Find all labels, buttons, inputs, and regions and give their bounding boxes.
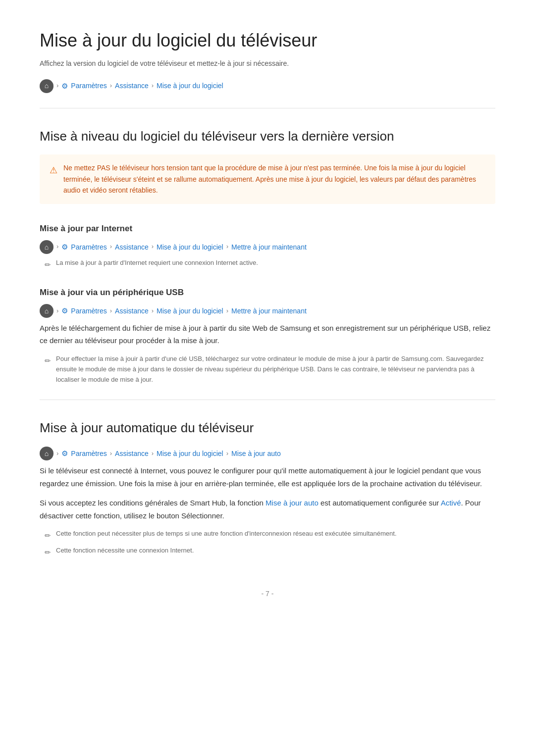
chevron-icon-12: › xyxy=(56,449,58,459)
note-auto-text1: Cette fonction peut nécessiter plus de t… xyxy=(56,529,397,539)
page-title: Mise à jour du logiciel du téléviseur xyxy=(40,30,495,51)
note-auto-text2: Cette fonction nécessite une connexion I… xyxy=(56,546,194,556)
breadcrumb4-mise-a-jour[interactable]: Mise à jour du logiciel xyxy=(157,448,223,459)
chevron-icon-3: › xyxy=(152,81,154,91)
chevron-icon-14: › xyxy=(152,449,154,459)
chevron-icon-2: › xyxy=(110,81,112,91)
section2-title: Mise à jour automatique du téléviseur xyxy=(40,420,495,437)
chevron-icon-4: › xyxy=(56,242,58,252)
breadcrumb4-paramètres[interactable]: Paramètres xyxy=(71,448,107,459)
breadcrumb2-mise-a-jour[interactable]: Mise à jour du logiciel xyxy=(157,242,223,252)
auto-link-active[interactable]: Activé xyxy=(441,499,461,507)
chevron-icon-5: › xyxy=(110,242,112,252)
chevron-icon-10: › xyxy=(152,306,154,316)
page-footer: - 7 - xyxy=(40,588,495,599)
warning-box: ⚠ Ne mettez PAS le téléviseur hors tensi… xyxy=(40,154,495,203)
home-icon-2[interactable]: ⌂ xyxy=(40,240,54,254)
gear-icon-2: ⚙ xyxy=(61,241,68,253)
breadcrumb3-mise-a-jour[interactable]: Mise à jour du logiciel xyxy=(157,305,223,316)
usb-body-text: Après le téléchargement du fichier de mi… xyxy=(40,322,495,347)
breadcrumb-internet: ⌂ › ⚙ Paramètres › Assistance › Mise à j… xyxy=(40,240,495,254)
breadcrumb-mise-a-jour[interactable]: Mise à jour du logiciel xyxy=(157,80,223,91)
auto-body-text2-mid: est automatiquement configurée sur xyxy=(319,499,441,507)
auto-body-text2-pre: Si vous acceptez les conditions générale… xyxy=(40,499,266,507)
gear-icon-4: ⚙ xyxy=(61,448,68,459)
page-number: - 7 - xyxy=(262,590,274,598)
gear-icon: ⚙ xyxy=(61,80,68,92)
auto-body-text1: Si le téléviseur est connecté à Internet… xyxy=(40,464,495,490)
note-internet: ✏ La mise à jour à partir d'Internet req… xyxy=(40,258,495,271)
breadcrumb-paramètres[interactable]: Paramètres xyxy=(71,80,107,91)
breadcrumb-main: ⌂ › ⚙ Paramètres › Assistance › Mise à j… xyxy=(40,79,495,93)
note-auto-1: ✏ Cette fonction peut nécessiter plus de… xyxy=(40,529,495,542)
auto-link-mise-a-jour-auto[interactable]: Mise à jour auto xyxy=(266,499,319,507)
chevron-icon-15: › xyxy=(226,449,228,459)
pencil-icon-3: ✏ xyxy=(45,530,51,542)
breadcrumb3-mettre-a-jour[interactable]: Mettre à jour maintenant xyxy=(231,305,307,316)
chevron-icon-8: › xyxy=(56,306,58,316)
home-icon-4[interactable]: ⌂ xyxy=(40,447,54,460)
chevron-icon-9: › xyxy=(110,306,112,316)
warning-icon: ⚠ xyxy=(50,163,57,178)
breadcrumb-usb: ⌂ › ⚙ Paramètres › Assistance › Mise à j… xyxy=(40,304,495,318)
subsection2-title: Mise à jour via un périphérique USB xyxy=(40,286,495,299)
breadcrumb2-mettre-a-jour[interactable]: Mettre à jour maintenant xyxy=(231,242,307,252)
chevron-icon-11: › xyxy=(226,306,228,316)
home-icon-3[interactable]: ⌂ xyxy=(40,304,54,318)
breadcrumb-auto: ⌂ › ⚙ Paramètres › Assistance › Mise à j… xyxy=(40,447,495,460)
pencil-icon-1: ✏ xyxy=(45,259,51,271)
breadcrumb-assistance[interactable]: Assistance xyxy=(115,80,149,91)
chevron-icon-6: › xyxy=(152,242,154,252)
pencil-icon-2: ✏ xyxy=(45,355,51,367)
auto-body-text2: Si vous acceptez les conditions générale… xyxy=(40,497,495,522)
home-icon[interactable]: ⌂ xyxy=(40,79,54,93)
note-internet-text: La mise à jour à partir d'Internet requi… xyxy=(56,258,258,268)
note-usb: ✏ Pour effectuer la mise à jouir à parti… xyxy=(40,354,495,385)
breadcrumb2-assistance[interactable]: Assistance xyxy=(115,242,149,252)
note-usb-text: Pour effectuer la mise à jouir à partir … xyxy=(56,354,495,385)
gear-icon-3: ⚙ xyxy=(61,305,68,317)
section1-title: Mise à niveau du logiciel du téléviseur … xyxy=(40,128,495,145)
chevron-icon-13: › xyxy=(110,449,112,459)
page-subtitle: Affichez la version du logiciel de votre… xyxy=(40,58,495,69)
chevron-icon-1: › xyxy=(56,81,58,91)
warning-text: Ne mettez PAS le téléviseur hors tension… xyxy=(63,162,485,196)
pencil-icon-4: ✏ xyxy=(45,547,51,558)
chevron-icon-7: › xyxy=(226,242,228,252)
breadcrumb4-assistance[interactable]: Assistance xyxy=(115,448,149,459)
breadcrumb2-paramètres[interactable]: Paramètres xyxy=(71,242,107,252)
breadcrumb4-auto[interactable]: Mise à jour auto xyxy=(231,448,281,459)
note-auto-2: ✏ Cette fonction nécessite une connexion… xyxy=(40,546,495,558)
breadcrumb3-paramètres[interactable]: Paramètres xyxy=(71,305,107,316)
breadcrumb3-assistance[interactable]: Assistance xyxy=(115,305,149,316)
subsection1-title: Mise à jour par Internet xyxy=(40,222,495,235)
